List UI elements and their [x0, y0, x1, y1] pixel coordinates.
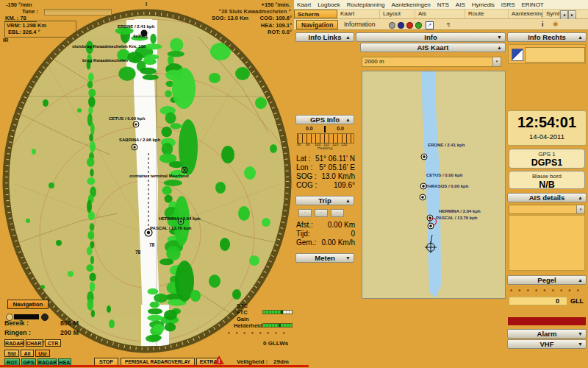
lon-label: Lon : — [296, 163, 312, 171]
link-arrow-icon[interactable]: ↗ — [426, 21, 434, 29]
menu-item-logboek[interactable]: Logboek — [318, 1, 340, 8]
vhf-header[interactable]: VHF▼ — [507, 339, 587, 349]
ais-details-dropdown-button[interactable]: ▾ — [576, 205, 584, 213]
blauw-bord-value: N/B — [509, 180, 584, 190]
display-button-radar[interactable]: RADAR — [4, 339, 24, 347]
afst-value: 0.00 Km — [328, 221, 355, 229]
info-rechts-column: Info Rechts▲ 12:54:01 14-04-2011 GPS 1 D… — [507, 32, 587, 368]
trip-reset-button-3[interactable]: · — [331, 209, 344, 217]
ais-details-header[interactable]: AIS details▲ — [507, 193, 587, 202]
gain-slider-track[interactable] — [14, 314, 39, 319]
ais-ship-label: THRASOS / 0.00 kph — [426, 184, 469, 188]
ais-ship-label: CETUS / 0.00 kph — [426, 173, 463, 177]
layer-blue-icon[interactable] — [398, 22, 404, 29]
pegel-unit: GLL — [570, 297, 584, 305]
clock-panel: 12:54:01 14-04-2011 — [507, 110, 587, 146]
hea-readout: HEA: 109.1° — [261, 22, 292, 29]
mode-button-usr[interactable]: Usr — [35, 350, 50, 357]
ais-kaart-column: Info▼ AIS Kaart▲ 2000 m▾ ERONE / 2.41 kp… — [356, 32, 506, 368]
ais-details-select[interactable]: ▾ — [509, 205, 585, 214]
tab-symbol[interactable]: Symbol — [543, 10, 560, 18]
layer-red-icon[interactable] — [406, 22, 413, 29]
blauw-bord-label: Blauw bord — [509, 173, 584, 180]
status-icon-orange[interactable]: ✱ — [553, 21, 559, 28]
ais-ship-label: HERMINA / 2.04 kph — [439, 209, 481, 213]
menu-item-erinot[interactable]: ERINOT — [522, 1, 544, 8]
menu-item-isrs[interactable]: ISRS — [501, 1, 515, 8]
radar-window: ERONE / 2.41 kph4x2001sluisbrug Kwaadmec… — [0, 0, 294, 368]
alarm-header[interactable]: Alarm▼ — [507, 329, 587, 339]
tab-route[interactable]: Route — [465, 10, 509, 18]
cog-readout: COG: 109.6° — [260, 15, 292, 21]
menu-item-aantekeningen[interactable]: Aantekeningen — [391, 1, 430, 8]
flag-field[interactable] — [525, 47, 585, 63]
lon-value: 5° 05.16' E — [319, 163, 355, 171]
cog-value: 109.6° — [334, 181, 355, 189]
display-button-chart[interactable]: CHART — [26, 339, 43, 347]
pegel-level-bar — [508, 317, 586, 325]
ais-range-select[interactable]: 2000 m▾ — [362, 57, 501, 67]
ais-ship-label: ERONE / 2.41 kph — [428, 143, 465, 147]
mode-button-std[interactable]: Std — [4, 350, 19, 357]
info-links-header[interactable]: Info Links▲ — [295, 32, 354, 42]
tune-slider[interactable] — [44, 9, 112, 15]
tab-scherm[interactable]: Scherm — [294, 10, 337, 18]
radar-target — [141, 30, 148, 37]
rot-center-mark: I — [146, 1, 147, 7]
menu-item-ais[interactable]: AIS — [456, 1, 465, 8]
meten-header[interactable]: Meten▼ — [295, 253, 354, 263]
subtab-information[interactable]: Information — [340, 20, 380, 29]
rot-readout: ROT: 0.0° — [268, 29, 292, 35]
gem-label: Gem.: — [296, 238, 316, 247]
sog-readout: SOG: 13.0 Km — [212, 15, 248, 21]
info-rechts-header[interactable]: Info Rechts▲ — [507, 32, 587, 42]
gps-source-value: DGPS1 — [509, 158, 584, 168]
status-icon-dark[interactable]: i — [542, 21, 544, 28]
menu-item-hymedis[interactable]: Hymedis — [472, 1, 495, 8]
ais-ship-label: PASCAL / 13.70 kph — [436, 216, 478, 220]
gain-slider-knob[interactable] — [41, 314, 49, 321]
tijd-label: Tijd: — [296, 230, 310, 238]
display-button-ctr[interactable]: CTR — [45, 339, 61, 347]
tab-layout[interactable]: Layout — [380, 10, 415, 18]
menu-item-nts[interactable]: NTS — [437, 1, 449, 8]
tape-left-value: 0.0 — [306, 126, 313, 131]
info-header[interactable]: Info▼ — [356, 32, 506, 42]
gps-source-box: GPS 1 DGPS1 — [509, 149, 585, 169]
rot-scale-left: -150 °/min — [6, 1, 32, 8]
subtab-bar: ↗ ¶ i ✱ NavigationInformation — [294, 19, 588, 30]
layer-green-icon[interactable] — [415, 22, 422, 29]
ais-range-dropdown-button[interactable]: ▾ — [492, 57, 501, 66]
layer-gray-icon[interactable] — [389, 22, 395, 29]
subtab-navigation[interactable]: Navigation — [296, 20, 338, 29]
menu-item-kaart[interactable]: Kaart — [297, 1, 311, 8]
location-label: "20 Sluis Kwaadmechelen " — [219, 8, 291, 15]
menu-item-routeplanning[interactable]: Routeplanning — [347, 1, 385, 8]
pegel-header[interactable]: Pegel▲ — [507, 275, 587, 285]
gps-info-header[interactable]: GPS Info▲ — [295, 115, 354, 124]
navigation-mode-button[interactable]: Navigation — [7, 300, 49, 309]
tool-icon[interactable]: ¶ — [447, 21, 450, 28]
heading-tape: 0.0 0.0 8090100110120130 Heading — [297, 126, 353, 148]
warning-icon-mark: ! — [218, 358, 220, 364]
trip-reset-button-1[interactable]: · — [298, 209, 312, 217]
trip-reset-button-2[interactable]: · — [315, 209, 328, 217]
vrm-ebl-frame — [4, 21, 76, 38]
veiligheid-value: 29dm — [273, 358, 289, 365]
rot-scale-right: +150 °/min. — [262, 1, 290, 8]
ringen-value: 200 M — [60, 329, 79, 336]
status-divider — [0, 365, 309, 367]
bereik-label: Bereik : — [4, 319, 29, 327]
tape-heading-label: Heading — [297, 146, 353, 150]
tab-kaart[interactable]: Kaart — [337, 10, 380, 18]
blauw-bord-box: Blauw bord N/B — [509, 171, 585, 189]
ais-map[interactable]: ERONE / 2.41 kphCETUS / 0.00 kphTHRASOS … — [362, 71, 506, 299]
clock-time: 12:54:01 — [508, 114, 586, 131]
ais-kaart-header[interactable]: AIS Kaart▲ — [360, 43, 506, 52]
tijd-value: 0 — [351, 230, 355, 238]
blauw-bord-flag-icon[interactable] — [512, 49, 523, 61]
tab-ais[interactable]: Ais — [415, 10, 465, 18]
tab-aantekeningen[interactable]: Aantekeningen — [509, 10, 543, 18]
trip-header[interactable]: Trip▲ — [295, 196, 354, 205]
mode-button-all[interactable]: All — [21, 350, 34, 357]
